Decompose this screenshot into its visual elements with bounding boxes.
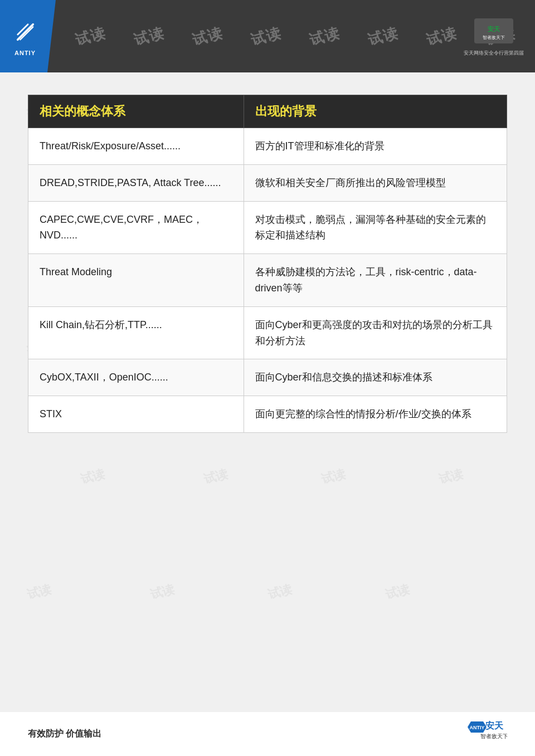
svg-text:智者敌天下: 智者敌天下 [483, 35, 505, 40]
logo-text: ANTIY [14, 50, 36, 56]
watermark-3: 试读 [190, 23, 225, 50]
table-cell-right-4: 面向Cyber和更高强度的攻击和对抗的场景的分析工具和分析方法 [244, 306, 507, 359]
svg-text:ANTIY: ANTIY [470, 725, 485, 730]
main-content: 试读 试读 试读 试读 试读 试读 试读 试读 试读 试读 试读 试读 试读 试… [0, 72, 535, 711]
table-cell-right-2: 对攻击模式，脆弱点，漏洞等各种基础的安全元素的标定和描述结构 [244, 201, 507, 254]
bg-wm-14: 试读 [202, 466, 230, 488]
table-cell-left-5: CybOX,TAXII，OpenIOC...... [28, 359, 244, 396]
watermark-6: 试读 [366, 23, 401, 50]
table-row: Threat Modeling各种威胁建模的方法论，工具，risk-centri… [28, 254, 507, 307]
table-row: DREAD,STRIDE,PASTA, Attack Tree......微软和… [28, 164, 507, 201]
table-cell-left-3: Threat Modeling [28, 254, 244, 307]
header: ANTIY 试读 试读 试读 试读 试读 试读 试读 试读 安天 智者敌天下 安… [0, 0, 535, 72]
table-cell-right-0: 西方的IT管理和标准化的背景 [244, 128, 507, 165]
table-cell-left-2: CAPEC,CWE,CVE,CVRF，MAEC，NVD...... [28, 201, 244, 254]
table-cell-left-0: Threat/Risk/Exposure/Asset...... [28, 128, 244, 165]
bg-wm-20: 试读 [383, 581, 411, 603]
col2-header: 出现的背景 [244, 95, 507, 128]
brand-subtitle: 安天网络安全令行营第四届 [464, 50, 524, 57]
watermark-4: 试读 [249, 23, 284, 50]
bg-wm-15: 试读 [319, 466, 347, 488]
logo-block: ANTIY [0, 0, 56, 72]
table-cell-right-5: 面向Cyber和信息交换的描述和标准体系 [244, 359, 507, 396]
brand-right-logo-icon: 安天 智者敌天下 [471, 16, 516, 46]
footer: 有效防护 价值输出 ANTIY 安天 智者敌天下 [0, 711, 535, 756]
table-row: Kill Chain,钻石分析,TTP......面向Cyber和更高强度的攻击… [28, 306, 507, 359]
table-row: CAPEC,CWE,CVE,CVRF，MAEC，NVD......对攻击模式，脆… [28, 201, 507, 254]
table-row: Threat/Risk/Exposure/Asset......西方的IT管理和… [28, 128, 507, 165]
footer-left-text: 有效防护 价值输出 [28, 728, 101, 740]
svg-text:安天: 安天 [485, 720, 504, 730]
bg-wm-16: 试读 [437, 466, 465, 488]
bg-wm-17: 试读 [25, 581, 53, 603]
footer-right: ANTIY 安天 智者敌天下 [460, 719, 507, 749]
concept-table: 相关的概念体系 出现的背景 Threat/Risk/Exposure/Asset… [28, 95, 507, 433]
col1-header: 相关的概念体系 [28, 95, 244, 128]
watermark-7: 试读 [424, 23, 459, 50]
table-cell-left-4: Kill Chain,钻石分析,TTP...... [28, 306, 244, 359]
bg-wm-19: 试读 [266, 581, 294, 603]
table-cell-right-3: 各种威胁建模的方法论，工具，risk-centric，data-driven等等 [244, 254, 507, 307]
svg-text:安天: 安天 [487, 26, 500, 32]
watermark-2: 试读 [132, 23, 167, 50]
antiy-logo-icon [10, 17, 41, 47]
table-cell-left-6: STIX [28, 396, 244, 433]
header-watermark-area: 试读 试读 试读 试读 试读 试读 试读 试读 [56, 0, 535, 72]
table-row: STIX面向更完整的综合性的情报分析/作业/交换的体系 [28, 396, 507, 433]
bg-wm-13: 试读 [79, 466, 106, 488]
bg-wm-18: 试读 [148, 581, 176, 603]
watermark-5: 试读 [307, 23, 342, 50]
table-cell-right-1: 微软和相关安全厂商所推出的风险管理模型 [244, 164, 507, 201]
table-row: CybOX,TAXII，OpenIOC......面向Cyber和信息交换的描述… [28, 359, 507, 396]
footer-brand-logo-icon: ANTIY 安天 智者敌天下 [460, 719, 507, 749]
watermark-1: 试读 [73, 23, 108, 50]
svg-text:智者敌天下: 智者敌天下 [480, 733, 507, 739]
table-cell-left-1: DREAD,STRIDE,PASTA, Attack Tree...... [28, 164, 244, 201]
table-cell-right-6: 面向更完整的综合性的情报分析/作业/交换的体系 [244, 396, 507, 433]
brand-top-right: 安天 智者敌天下 安天网络安全令行营第四届 [464, 16, 524, 57]
